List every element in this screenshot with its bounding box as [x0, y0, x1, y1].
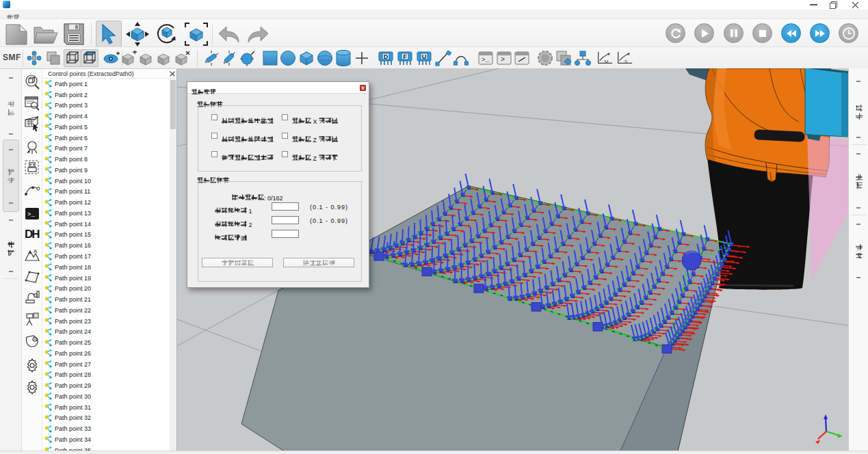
svg-text:>_: >_	[482, 57, 489, 64]
svg-text:>: >	[501, 56, 505, 64]
svg-text:>_: >_	[27, 211, 35, 218]
svg-text:U: U	[422, 53, 427, 60]
svg-text:F: F	[403, 53, 407, 60]
svg-text:D: D	[384, 53, 389, 60]
svg-text:DH: DH	[25, 228, 40, 241]
svg-text:A: A	[34, 248, 38, 254]
svg-text:M: M	[605, 59, 608, 64]
svg-text:S: S	[624, 59, 628, 64]
